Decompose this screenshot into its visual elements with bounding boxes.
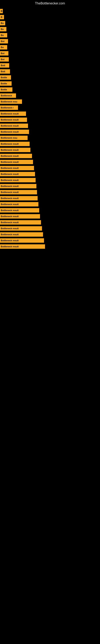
bar-row: Bott [0,68,100,74]
bar-13: Bottle [0,87,12,92]
bar-7: Bot [0,51,8,56]
bar-label-35: Bottleneck result [1,221,19,224]
bar-23: Bottleneck result [0,148,30,152]
bar-row: Bottleneck result [0,123,100,129]
bar-8: Bot [0,57,9,62]
bar-label-18: Bottleneck result [1,118,19,121]
bar-label-37: Bottleneck result [1,233,19,236]
bar-12: Bottle [0,81,12,86]
bar-34: Bottleneck result [0,214,40,218]
bar-39: Bottleneck result [0,244,45,249]
bar-26: Bottleneck result [0,166,34,170]
bar-14: Bottleneck [0,94,16,98]
bar-row: Bottleneck result [0,177,100,183]
bar-label-27: Bottleneck result [1,173,19,175]
bar-10: Bott [0,69,10,74]
bar-20: Bottleneck result [0,130,29,134]
bar-36: Bottleneck result [0,226,42,231]
bar-row: Bottleneck resu [0,135,100,141]
bar-label-6: Bo [1,46,4,48]
bar-row: Bottle [0,86,100,92]
bar-18: Bottleneck result [0,118,27,122]
bar-row: Bo [0,20,100,26]
bar-29: Bottleneck result [0,184,36,188]
bar-row: Bottleneck result [0,183,100,189]
bar-label-8: Bot [1,58,4,60]
bar-row: Bottleneck result [0,129,100,135]
bar-row: Bottleneck result [0,171,100,177]
bar-0: B [0,9,3,13]
bar-24: Bottleneck result [0,154,32,158]
bar-row: Bottleneck result [0,141,100,147]
bar-label-34: Bottleneck result [1,215,19,218]
bar-row: Bottle [0,80,100,86]
bar-2: Bo [0,21,5,25]
bar-label-24: Bottleneck result [1,155,19,157]
bar-27: Bottleneck result [0,172,35,176]
bar-label-11: Bottle [1,76,7,79]
bar-row: Bot [0,56,100,62]
bar-row: Bottleneck result [0,207,100,213]
bar-row: Bottleneck r [0,105,100,111]
bar-label-1: B [1,16,2,18]
site-title-text: TheBottlenecker.com [0,0,100,6]
bar-label-10: Bott [1,70,5,73]
bar-label-9: Bott [1,64,5,66]
bar-label-14: Bottleneck [1,94,12,97]
bar-32: Bottleneck result [0,202,38,206]
bar-15: Bottleneck resu [0,100,22,104]
bar-31: Bottleneck result [0,196,38,200]
bar-label-32: Bottleneck result [1,203,19,206]
bar-row: Bottleneck result [0,201,100,207]
bar-label-26: Bottleneck result [1,167,19,169]
bar-5: Bot [0,39,8,44]
bar-label-13: Bottle [1,88,7,91]
bar-row: Bottleneck result [0,189,100,195]
bar-label-22: Bottleneck result [1,143,19,145]
bar-6: Bo [0,45,7,50]
bar-label-39: Bottleneck result [1,245,19,248]
bar-35: Bottleneck result [0,220,41,224]
bar-label-4: Bo [1,34,4,36]
bar-row: Bottleneck [0,92,100,98]
bar-row: Bo [0,26,100,32]
bar-21: Bottleneck resu [0,136,28,140]
bars-container: BBBoBoBoBotBoBotBotBottBottBottleBottleB… [0,6,100,254]
bar-label-7: Bot [1,52,4,54]
bar-label-19: Bottleneck result [1,124,19,127]
bar-row: Bot [0,50,100,56]
bar-33: Bottleneck result [0,208,39,212]
bar-row: Bottle [0,74,100,80]
bar-row: Bottleneck result [0,226,100,232]
site-title: TheBottlenecker.com [35,2,65,5]
bar-row: Bottleneck result [0,117,100,123]
bar-label-5: Bot [1,40,4,42]
bar-label-31: Bottleneck result [1,197,19,200]
bar-row: Bottleneck result [0,219,100,226]
bar-label-20: Bottleneck result [1,130,19,133]
bar-11: Bottle [0,75,11,80]
bar-1: B [0,15,4,19]
bar-row: Bot [0,38,100,44]
bar-28: Bottleneck result [0,178,36,182]
bar-row: Bottleneck result [0,238,100,244]
bar-row: Bottleneck result [0,195,100,201]
bar-37: Bottleneck result [0,232,43,237]
bar-label-23: Bottleneck result [1,149,19,151]
bar-label-33: Bottleneck result [1,209,19,212]
bar-label-29: Bottleneck result [1,185,19,187]
bar-label-2: Bo [1,22,4,24]
bar-label-38: Bottleneck result [1,239,19,242]
bar-row: Bottleneck result [0,153,100,159]
bar-label-30: Bottleneck result [1,191,19,194]
bar-row: Bottleneck result [0,147,100,153]
bar-9: Bott [0,63,9,68]
bar-row: Bottleneck result [0,165,100,171]
bar-label-28: Bottleneck result [1,179,19,181]
bar-22: Bottleneck result [0,142,30,146]
bar-4: Bo [0,33,7,38]
bar-label-3: Bo [1,28,4,30]
bar-row: Bo [0,32,100,38]
bar-row: B [0,8,100,14]
bar-row: Bottleneck result [0,213,100,219]
